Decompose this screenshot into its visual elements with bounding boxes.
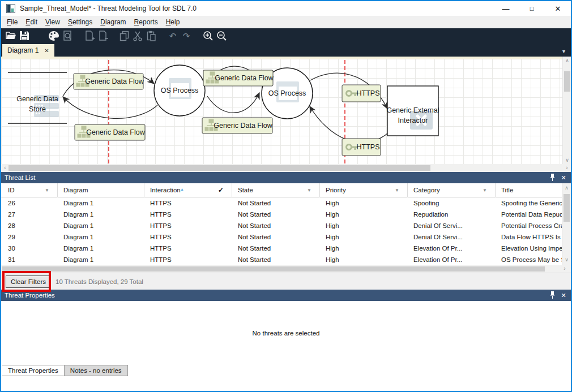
data-flow-arrow[interactable] [207,93,259,113]
column-header-title[interactable]: Title [496,183,571,197]
scroll-right-icon[interactable]: › [563,164,571,172]
table-vertical-scrollbar[interactable]: ∧ ∨ [562,183,571,265]
paste-icon[interactable] [144,29,158,42]
column-header-category[interactable]: Category ▼ [408,183,496,197]
data-flow-label[interactable]: Generic Data Flow [203,70,274,86]
svg-text:Generic Data Flow: Generic Data Flow [85,77,144,85]
threat-row[interactable]: 28Diagram 1HTTPSNot StartedHighDenial Of… [1,220,571,231]
column-header-interaction[interactable]: ▲ Interaction ✓ [144,183,232,197]
column-header-state[interactable]: State ▼ [232,183,320,197]
scroll-left-icon[interactable]: ‹ [1,164,9,172]
tab-notes[interactable]: Notes - no entries [65,365,128,376]
generic-data-store-node[interactable]: Generic Data Store [8,72,67,123]
tab-diagram-1[interactable]: Diagram 1 ✕ [2,44,54,57]
report-palette-icon[interactable] [47,29,61,42]
svg-text:Interactor: Interactor [398,117,428,124]
diagram-canvas[interactable]: Generic Data Store OS Process OS Process… [1,57,571,164]
threat-row[interactable]: 26Diagram 1HTTPSNot StartedHighSpoofingS… [1,197,571,209]
redo-icon[interactable]: ↷ [180,29,193,42]
cell-state: Not Started [232,209,320,220]
scrollbar-thumb[interactable] [564,71,570,92]
cell-diagram: Diagram 1 [58,209,144,220]
pin-icon[interactable] [548,174,556,182]
tab-close-icon[interactable]: ✕ [44,48,49,54]
cell-id: 29 [1,231,58,243]
cell-state: Not Started [232,220,320,231]
menu-settings[interactable]: Settings [64,17,96,27]
os-process-label: OS Process [161,87,199,94]
cell-title: Data Flow HTTPS Is Potentially Interrupt… [496,231,571,243]
cell-state: Not Started [232,243,320,254]
minimize-button[interactable]: — [493,1,519,16]
cell-diagram: Diagram 1 [58,220,144,231]
preview-document-icon[interactable] [61,29,74,42]
data-flow-arrow[interactable] [63,97,157,118]
menu-view[interactable]: View [41,17,64,27]
scroll-down-icon[interactable]: ∨ [563,156,571,164]
cell-interaction: HTTPS [144,231,232,243]
clear-filters-button[interactable]: Clear Filters [6,275,51,288]
menu-help[interactable]: Help [162,17,184,27]
maximize-button[interactable]: □ [519,1,545,16]
column-header-priority[interactable]: Priority ▼ [320,183,408,197]
filter-dropdown-icon[interactable]: ▼ [483,183,487,197]
svg-text:Generic Data Flow: Generic Data Flow [86,128,145,136]
menu-diagram[interactable]: Diagram [96,17,130,27]
threat-row[interactable]: 27Diagram 1HTTPSNot StartedHighRepudiati… [1,209,571,220]
https-flow-label[interactable]: HTTPS [342,139,381,156]
canvas-vertical-scrollbar[interactable]: ∧ ∨ [562,57,571,164]
filter-dropdown-icon[interactable]: ▼ [307,183,311,197]
panel-close-icon[interactable]: ✕ [560,174,567,182]
data-flow-label[interactable]: Generic Data Flow [202,118,273,133]
remove-diagram-icon[interactable] [96,29,109,42]
column-header-id[interactable]: ID ▼ [1,183,58,197]
generic-external-interactor-node[interactable]: Generic External Interactor [386,86,439,136]
menu-file[interactable]: File [3,17,22,27]
panel-title: Threat Properties [5,292,548,299]
threat-row[interactable]: 29Diagram 1HTTPSNot StartedHighDenial Of… [1,231,571,243]
table-horizontal-scrollbar[interactable]: › [1,265,571,273]
threat-list-header: Threat List ✕ [1,172,571,183]
cell-id: 26 [1,197,58,209]
tab-threat-properties[interactable]: Threat Properties [2,365,65,376]
https-flow-label[interactable]: HTTPS [342,85,381,102]
https-flow-arrow[interactable] [310,106,390,143]
scrollbar-thumb[interactable] [2,266,545,272]
save-icon[interactable] [18,29,31,42]
cell-category: Elevation Of Pr... [408,254,496,265]
column-header-diagram[interactable]: Diagram [58,183,144,197]
data-flow-label[interactable]: Generic Data Flow [74,74,144,89]
scrollbar-thumb[interactable] [8,165,430,171]
threat-row[interactable]: 31Diagram 1HTTPSNot StartedHighElevation… [1,254,571,265]
scroll-down-icon[interactable]: ∨ [562,256,571,264]
scrollbar-thumb[interactable] [564,194,570,222]
pin-icon[interactable] [548,291,556,300]
filter-dropdown-icon[interactable]: ▼ [395,183,399,197]
cut-icon[interactable] [131,29,144,42]
panel-close-icon[interactable]: ✕ [560,292,567,299]
canvas-horizontal-scrollbar[interactable]: ‹ › [1,164,571,172]
open-file-icon[interactable] [4,29,18,42]
cell-title: Potential Data Repudiation by OS Process [496,209,571,220]
filter-dropdown-icon[interactable]: ▼ [45,183,49,197]
add-diagram-icon[interactable] [82,29,96,42]
cell-interaction: HTTPS [144,243,232,254]
sort-ascending-icon: ▲ [180,183,184,196]
cell-priority: High [320,254,408,265]
data-flow-label[interactable]: Generic Data Flow [75,124,146,140]
zoom-out-icon[interactable] [215,29,228,42]
app-window: Sample_Threat_Model* - Threat Modeling T… [0,0,572,392]
zoom-in-icon[interactable] [201,29,215,42]
scroll-right-icon[interactable]: › [561,265,569,273]
scroll-up-icon[interactable]: ∧ [563,57,571,64]
tab-list-dropdown-icon[interactable]: ▼ [561,49,566,54]
undo-icon[interactable]: ↶ [166,29,180,42]
filter-active-icon[interactable]: ✓ [218,183,224,197]
close-button[interactable]: ✕ [545,1,571,16]
menu-edit[interactable]: Edit [22,17,41,27]
menu-reports[interactable]: Reports [130,17,162,27]
cell-state: Not Started [232,197,320,209]
copy-icon[interactable] [117,29,131,42]
threat-row[interactable]: 30Diagram 1HTTPSNot StartedHighElevation… [1,243,571,254]
scroll-up-icon[interactable]: ∧ [562,184,571,192]
